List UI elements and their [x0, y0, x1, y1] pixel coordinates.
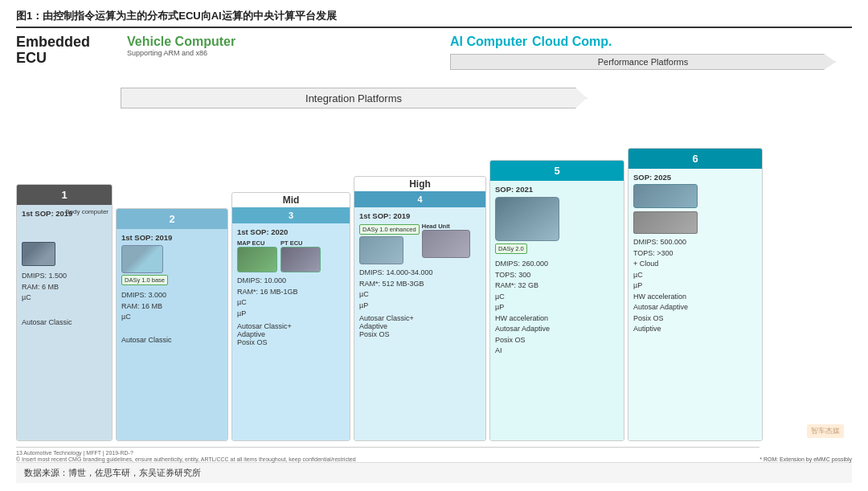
card-5-spec-2: RAM*: 32 GB — [495, 280, 619, 292]
card-5-specs: DMIPS: 260.000 TOPS: 300 RAM*: 32 GB µC … — [495, 259, 619, 357]
card-2-specs: DMIPS: 3.000 RAM: 16 MB µC — [121, 290, 223, 323]
card-4-specs: DMIPS: 14.000-34.000 RAM*: 512 MB-3GB µC… — [359, 268, 481, 311]
card-4-os-2: Posix OS — [359, 330, 481, 338]
card-1-chip-image — [22, 242, 55, 266]
card-4: High 4 1st SOP: 2019 DASy 1.0 enhanced H… — [354, 176, 486, 441]
card-6-spec-5: HW acceleration — [633, 292, 757, 303]
footnote-remark-row: 13 Automotive Technology | MFFT | 2019-R… — [16, 444, 852, 462]
card-6-body: SOP: 2025 DMIPS: 500.000 TOPS: >300 + Cl… — [628, 169, 762, 440]
card-6-spec-3: µC — [633, 270, 757, 281]
card-3-os-1: Adaptive — [237, 330, 345, 338]
card-1-header: 1 — [17, 185, 112, 205]
card-3-pt-area: PT ECU — [280, 239, 321, 272]
card-5-spec-5: HW acceleration — [495, 313, 619, 325]
card-6-server-image — [633, 211, 698, 234]
ai-computer-label: AI Computer — [450, 35, 527, 49]
card-6-num: 6 — [692, 153, 698, 165]
embedded-header: Embedded ECU — [16, 35, 121, 67]
card-4-head-image — [422, 230, 470, 258]
card-6-specs: DMIPS: 500.000 TOPS: >300 + Cloud µC µP … — [633, 237, 757, 335]
remark-text: * ROM: Extension by eMMC possibly — [760, 456, 852, 462]
card-1-os: Autosar Classic — [22, 318, 107, 326]
card-6-header: 6 — [628, 149, 762, 169]
card-3-pt-label: PT ECU — [280, 239, 321, 247]
card-1-body: 1st SOP: 2019 Body computer DMIPS: 1.500… — [17, 205, 112, 440]
card-3-map-image — [237, 247, 277, 272]
vehicle-sublabel: Supporting ARM and x86 — [127, 49, 269, 57]
card-3-os: Autosar Classic+ Adaptive Posix OS — [237, 322, 345, 346]
perf-platforms-area: AI Computer Cloud Comp. Performance Plat… — [450, 35, 852, 73]
card-1-spec-0: DMIPS: 1.500 — [22, 271, 107, 282]
card-3-os-0: Autosar Classic+ — [237, 322, 345, 330]
card-5-spec-7: Posix OS — [495, 335, 619, 346]
card-4-head-label: Head Unit — [422, 223, 470, 230]
cards-row: 1 1st SOP: 2019 Body computer DMIPS: 1.5… — [16, 115, 852, 441]
card-4-images: DASy 1.0 enhanced Head Unit — [359, 223, 481, 264]
perf-label-row: AI Computer Cloud Comp. — [450, 35, 852, 49]
card-4-os-1: Adaptive — [359, 322, 481, 330]
card-6-spec-8: Autiptive — [633, 324, 757, 335]
card-1-specs: DMIPS: 1.500 RAM: 6 MB µC — [22, 271, 107, 304]
source-text: 数据来源：博世，佐思车研，东吴证券研究所 — [24, 467, 201, 479]
card-3-map-area: MAP ECU — [237, 239, 277, 272]
card-3-spec-2: µC — [237, 297, 345, 309]
card-4-header: 4 — [354, 191, 485, 207]
card-2-body: 1st SOP: 2019 DASy 1.0 base DMIPS: 3.000… — [117, 229, 227, 440]
card-4-spec-2: µC — [359, 289, 481, 301]
card-3-level: Mid — [232, 193, 350, 207]
footnote-line2: © Insert most recent CMG branding guidel… — [16, 456, 760, 462]
card-6-images — [633, 184, 757, 234]
card-3-os-2: Posix OS — [237, 338, 345, 346]
card-2-num: 2 — [169, 213, 174, 225]
card-5-spec-3: µC — [495, 292, 619, 303]
card-5-dasy: DASy 2.0 — [495, 243, 527, 254]
card-3-num: 3 — [289, 211, 293, 220]
card-3-pt-image — [280, 247, 321, 272]
diagram-title: 图1：由控制指令运算为主的分布式ECU向AI运算的中央计算平台发展 — [16, 10, 337, 22]
card-2-spec-2: µC — [121, 312, 223, 323]
perf-platforms-text: Performance Platforms — [598, 57, 688, 67]
card-4-sop: 1st SOP: 2019 — [359, 211, 481, 220]
perf-arrow-container: Performance Platforms — [450, 51, 844, 73]
card-6-spec-4: µP — [633, 280, 757, 292]
card-5-spec-8: AI — [495, 346, 619, 357]
integration-row: Integration Platforms — [16, 86, 852, 112]
card-5-sop: SOP: 2021 — [495, 185, 619, 194]
card-2: 2 1st SOP: 2019 DASy 1.0 base DMIPS: 3.0… — [116, 208, 228, 441]
card-2-image-area — [121, 245, 223, 273]
card-6-spec-6: Autosar Adaptive — [633, 302, 757, 313]
page-wrapper: 图1：由控制指令运算为主的分布式ECU向AI运算的中央计算平台发展 Embedd… — [0, 0, 868, 491]
vehicle-header: Vehicle Computer Supporting ARM and x86 — [121, 35, 269, 57]
card-3-body: 1st SOP: 2020 MAP ECU PT ECU DMIPS: 10.0… — [232, 223, 350, 440]
card-5-num: 5 — [554, 165, 559, 177]
card-6-spec-2: + Cloud — [633, 259, 757, 270]
card-5-header: 5 — [490, 161, 624, 181]
card-4-body: 1st SOP: 2019 DASy 1.0 enhanced Head Uni… — [354, 207, 485, 440]
card-6-spec-0: DMIPS: 500.000 — [633, 237, 757, 248]
card-4-level: High — [354, 177, 485, 191]
integration-platforms-text: Integration Platforms — [305, 92, 402, 104]
card-2-spec-0: DMIPS: 3.000 — [121, 290, 223, 301]
card-6-top-image — [633, 184, 698, 208]
title-bar: 图1：由控制指令运算为主的分布式ECU向AI运算的中央计算平台发展 — [16, 8, 852, 28]
card-3-images: MAP ECU PT ECU — [237, 239, 345, 272]
card-2-header: 2 — [117, 209, 227, 229]
card-6-spec-1: TOPS: >300 — [633, 248, 757, 260]
card-1-spec-2: µC — [22, 293, 107, 304]
card-4-spec-0: DMIPS: 14.000-34.000 — [359, 268, 481, 279]
card-1-image-area — [22, 242, 107, 266]
card-4-dasy-area: DASy 1.0 enhanced — [359, 223, 420, 264]
card-4-spec-1: RAM*: 512 MB-3GB — [359, 279, 481, 290]
card-5-spec-0: DMIPS: 260.000 — [495, 259, 619, 270]
card-4-head-area: Head Unit — [422, 223, 470, 258]
card-3-header: 3 — [232, 207, 350, 223]
watermark: 智车杰媒 — [807, 424, 844, 438]
card-3-map-label: MAP ECU — [237, 239, 277, 247]
card-5-board-image — [495, 197, 559, 241]
header-row: Embedded ECU Vehicle Computer Supporting… — [16, 35, 852, 83]
card-2-dasy: DASy 1.0 base — [121, 275, 168, 285]
card-5-body: SOP: 2021 DASy 2.0 DMIPS: 260.000 TOPS: … — [490, 181, 624, 440]
card-4-os: Autosar Classic+ Adaptive Posix OS — [359, 314, 481, 338]
card-5-spec-1: TOPS: 300 — [495, 270, 619, 281]
cloud-comp-label: Cloud Comp. — [532, 35, 612, 49]
